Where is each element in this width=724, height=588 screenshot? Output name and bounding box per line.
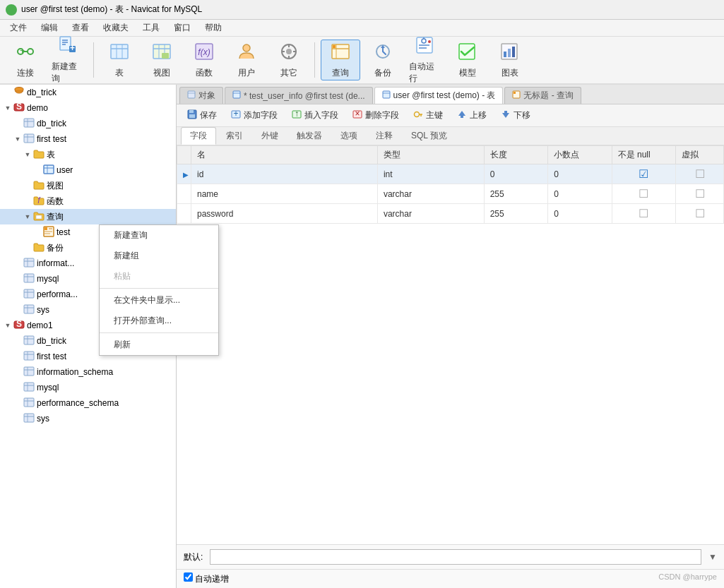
toolbar-btn-other[interactable]: 其它 bbox=[269, 40, 309, 80]
sub-tab-选项[interactable]: 选项 bbox=[332, 128, 366, 144]
field-name-name[interactable]: name bbox=[191, 184, 378, 204]
table-row[interactable]: passwordvarchar2550☐☐ bbox=[177, 204, 724, 224]
save-icon bbox=[187, 109, 197, 121]
toolbar-btn-auto-run[interactable]: 自动运行 bbox=[405, 40, 445, 80]
toolbar-btn-new-query[interactable]: +新建查询 bbox=[48, 40, 88, 80]
field-notnull-name[interactable]: ☐ bbox=[612, 184, 675, 204]
field-type-id[interactable]: int bbox=[377, 164, 484, 184]
tree-item-demo-ft-tables[interactable]: ▼表 bbox=[0, 147, 176, 162]
sub-tab-SQL 预览[interactable]: SQL 预览 bbox=[403, 128, 456, 144]
tab-icon-test-user-info bbox=[232, 90, 241, 101]
toolbar-btn-view[interactable]: 视图 bbox=[142, 40, 182, 80]
tree-item-demo1-information[interactable]: information_schema bbox=[0, 364, 176, 380]
menu-工具[interactable]: 工具 bbox=[136, 20, 167, 35]
menu-窗口[interactable]: 窗口 bbox=[167, 20, 198, 35]
svg-rect-81 bbox=[24, 352, 34, 360]
content-area: 对象* test_user_info @first test (de...use… bbox=[177, 85, 724, 588]
menu-查看[interactable]: 查看 bbox=[65, 20, 96, 35]
field-virtual-password[interactable]: ☐ bbox=[676, 204, 724, 224]
toolbar-label-function: 函数 bbox=[196, 67, 213, 79]
svg-text:S: S bbox=[16, 319, 22, 329]
tree-item-demo1-mysql[interactable]: mysql bbox=[0, 380, 176, 395]
sub-btn-save[interactable]: 保存 bbox=[181, 107, 223, 124]
tree-item-demo-ft-queries[interactable]: ▼查询 bbox=[0, 209, 176, 224]
field-virtual-name[interactable]: ☐ bbox=[676, 184, 724, 204]
table-group-icon bbox=[23, 381, 35, 395]
sub-btn-move-down[interactable]: 下移 bbox=[494, 107, 537, 124]
svg-rect-96 bbox=[188, 91, 195, 98]
field-name-password[interactable]: password bbox=[191, 204, 378, 224]
schema-icon: S bbox=[13, 319, 25, 332]
field-decimal-password[interactable]: 0 bbox=[548, 204, 612, 224]
svg-rect-90 bbox=[24, 398, 34, 407]
tree-item-demo1-sys[interactable]: sys bbox=[0, 411, 176, 426]
sub-btn-add-field[interactable]: +添加字段 bbox=[225, 107, 284, 124]
toolbar-label-chart: 图表 bbox=[502, 67, 518, 79]
ctx-item-show-in-folder[interactable]: 在文件夹中显示... bbox=[100, 290, 218, 311]
ctx-item-new-query[interactable]: 新建查询 bbox=[100, 225, 218, 246]
sub-tab-字段[interactable]: 字段 bbox=[181, 127, 216, 145]
default-input[interactable] bbox=[210, 549, 701, 565]
toolbar-btn-user[interactable]: 用户 bbox=[227, 40, 266, 80]
field-length-id[interactable]: 0 bbox=[484, 164, 547, 184]
tab-test-user-info[interactable]: * test_user_info @first test (de... bbox=[225, 87, 373, 104]
tab-untitled-query[interactable]: 无标题 - 查询 bbox=[504, 87, 581, 104]
tree-item-demo-ft-views[interactable]: 视图 bbox=[0, 178, 176, 193]
field-length-name[interactable]: 255 bbox=[484, 184, 547, 204]
sub-tab-索引[interactable]: 索引 bbox=[218, 128, 251, 144]
tree-item-demo-first-test[interactable]: ▼first test bbox=[0, 131, 176, 147]
ctx-item-new-group[interactable]: 新建组 bbox=[100, 246, 218, 266]
field-notnull-password[interactable]: ☐ bbox=[612, 204, 675, 224]
toolbar-btn-connect[interactable]: +连接 bbox=[6, 40, 45, 80]
menu-收藏夫[interactable]: 收藏夫 bbox=[96, 20, 136, 35]
sub-tab-触发器[interactable]: 触发器 bbox=[288, 128, 331, 144]
field-decimal-name[interactable]: 0 bbox=[548, 184, 612, 204]
ctx-item-refresh[interactable]: 刷新 bbox=[100, 335, 218, 355]
tree-item-demo-ft-funcs[interactable]: f函数 bbox=[0, 193, 176, 209]
field-notnull-id[interactable]: ☑ bbox=[612, 164, 675, 184]
sub-tab-外键[interactable]: 外键 bbox=[253, 128, 287, 144]
toolbar-btn-model[interactable]: 模型 bbox=[448, 40, 487, 80]
menu-帮助[interactable]: 帮助 bbox=[198, 20, 229, 35]
tree-item-demo-ft-user[interactable]: user bbox=[0, 162, 176, 178]
tab-objects[interactable]: 对象 bbox=[179, 87, 223, 104]
tree-arrow-icon: ▼ bbox=[13, 136, 23, 143]
tree-label-demo-sys: sys bbox=[37, 305, 49, 315]
toolbar-btn-table[interactable]: 表 bbox=[100, 40, 139, 80]
toolbar-btn-backup[interactable]: 备份 bbox=[363, 40, 403, 80]
tree-label-demo-db_trick: db_trick bbox=[37, 119, 66, 128]
toolbar-btn-chart[interactable]: 图表 bbox=[490, 40, 530, 80]
field-type-password[interactable]: varchar bbox=[377, 204, 484, 224]
sub-btn-move-up[interactable]: 上移 bbox=[451, 107, 493, 124]
tab-user-table[interactable]: user @first test (demo) - 表 bbox=[374, 87, 504, 104]
toolbar-btn-function[interactable]: f(x)函数 bbox=[184, 40, 224, 80]
tree-item-db_trick_root[interactable]: db_trick bbox=[0, 85, 176, 100]
menu-编辑[interactable]: 编辑 bbox=[34, 20, 65, 35]
svg-rect-98 bbox=[233, 91, 240, 98]
th-decimal: 小数点 bbox=[548, 146, 612, 164]
sub-tab-注释[interactable]: 注释 bbox=[367, 128, 401, 144]
sub-btn-insert-field[interactable]: ↑插入字段 bbox=[285, 107, 345, 124]
menu-文件[interactable]: 文件 bbox=[3, 20, 34, 35]
sub-btn-delete-field[interactable]: ×删除字段 bbox=[346, 107, 405, 124]
svg-rect-73 bbox=[24, 305, 34, 313]
ctx-item-open-external[interactable]: 打开外部查询... bbox=[100, 311, 218, 331]
toolbar-label-backup: 备份 bbox=[374, 67, 391, 79]
field-length-password[interactable]: 255 bbox=[484, 204, 547, 224]
tree-item-demo1-performance[interactable]: performance_schema bbox=[0, 395, 176, 411]
toolbar-btn-query[interactable]: 查询 bbox=[321, 40, 360, 80]
table-row[interactable]: namevarchar2550☐☐ bbox=[177, 184, 724, 204]
auto-increment-checkbox[interactable] bbox=[184, 572, 193, 582]
table-icon bbox=[109, 42, 129, 66]
th-indicator bbox=[177, 146, 191, 164]
field-name-id[interactable]: id bbox=[191, 164, 378, 184]
svg-rect-78 bbox=[24, 336, 34, 344]
tree-item-demo[interactable]: ▼Sdemo bbox=[0, 100, 176, 116]
table-row[interactable]: ▶idint00☑☐ bbox=[177, 164, 724, 184]
tree-item-demo-db_trick[interactable]: db_trick bbox=[0, 116, 176, 131]
sub-btn-primary-key[interactable]: 主键 bbox=[407, 107, 449, 124]
field-type-name[interactable]: varchar bbox=[377, 184, 484, 204]
svg-rect-87 bbox=[24, 383, 34, 391]
field-virtual-id[interactable]: ☐ bbox=[676, 164, 724, 184]
field-decimal-id[interactable]: 0 bbox=[548, 164, 612, 184]
